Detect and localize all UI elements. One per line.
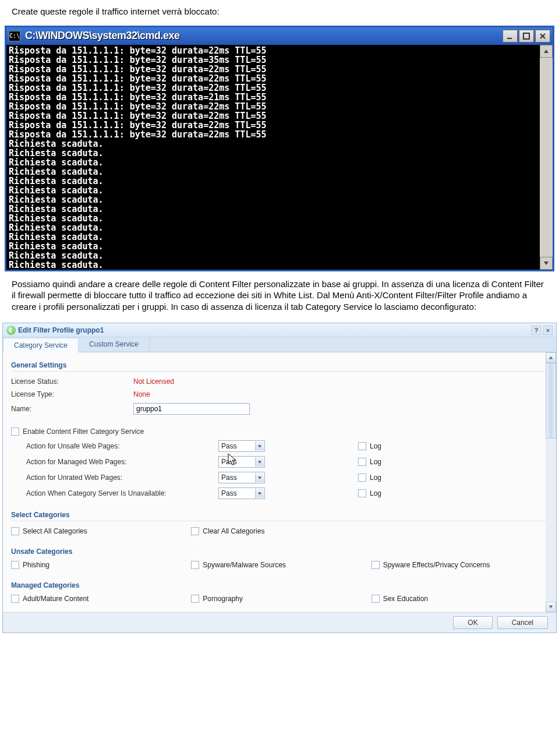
select-all-label: Select All Categories — [23, 527, 87, 535]
server-unavail-label: Action When Category Server Is Unavailab… — [26, 489, 218, 497]
dialog-content: General Settings License Status: Not Lic… — [3, 352, 556, 612]
cmd-window: C:\ C:\WINDOWS\system32\cmd.exe Risposta… — [5, 26, 554, 271]
spyware-effects-label: Spyware Effects/Privacy Concerns — [383, 561, 490, 569]
spyware-src-checkbox[interactable] — [191, 561, 199, 569]
select-categories-heading: Select Categories — [11, 509, 548, 521]
select-all-checkbox[interactable] — [11, 527, 19, 535]
managed-action-select[interactable]: Pass — [218, 456, 265, 468]
chevron-down-icon — [255, 473, 264, 482]
chevron-down-icon — [255, 457, 264, 467]
scroll-down-icon[interactable] — [540, 257, 553, 270]
sexed-label: Sex Education — [383, 595, 428, 603]
cancel-button[interactable]: Cancel — [497, 616, 548, 629]
tab-bar: Category Service Custom Service — [3, 337, 556, 352]
managed-categories-heading: Managed Categories — [11, 580, 548, 591]
adult-label: Adult/Mature Content — [23, 595, 89, 603]
intro-text: Create queste regole il traffico interne… — [12, 6, 547, 17]
after-cmd-text: Possiamo quindi andare a creare delle re… — [12, 278, 547, 313]
log-label: Log — [370, 442, 381, 450]
cmd-body: Risposta da 151.1.1.1: byte=32 durata=22… — [6, 45, 553, 270]
back-arrow-icon[interactable] — [6, 326, 16, 335]
chevron-down-icon — [255, 489, 264, 498]
close-icon[interactable]: × — [543, 326, 553, 335]
porn-label: Pornography — [203, 595, 243, 603]
filter-profile-dialog: Edit Filter Profile gruppo1 ? × Category… — [2, 323, 557, 633]
unsafe-action-label: Action for Unsafe Web Pages: — [26, 442, 218, 450]
dialog-title: Edit Filter Profile gruppo1 — [18, 326, 532, 334]
unrated-action-label: Action for Unrated Web Pages: — [26, 474, 218, 482]
clear-all-label: Clear All Categories — [203, 527, 264, 535]
chevron-down-icon — [255, 441, 264, 451]
name-label: Name: — [11, 405, 133, 413]
cmd-app-icon: C:\ — [9, 31, 20, 41]
managed-action-label: Action for Managed Web Pages: — [26, 458, 218, 466]
ok-button[interactable]: OK — [453, 616, 492, 629]
unrated-log-checkbox[interactable] — [358, 474, 366, 482]
server-unavail-select[interactable]: Pass — [218, 487, 265, 499]
general-settings-heading: General Settings — [11, 359, 548, 372]
clear-all-checkbox[interactable] — [191, 527, 199, 535]
license-status-value: Not Licensed — [133, 377, 174, 386]
log-label: Log — [370, 458, 381, 466]
help-icon[interactable]: ? — [532, 326, 541, 335]
unsafe-action-select[interactable]: Pass — [218, 440, 265, 452]
scroll-up-icon[interactable] — [540, 45, 553, 58]
enable-category-label: Enable Content Filter Category Service — [23, 428, 144, 436]
spyware-effects-checkbox[interactable] — [372, 561, 380, 569]
scroll-thumb[interactable] — [546, 363, 556, 439]
close-button[interactable] — [535, 30, 550, 43]
spyware-src-label: Spyware/Malware Sources — [203, 561, 286, 569]
dialog-footer: OK Cancel — [3, 612, 556, 633]
license-type-value: None — [133, 390, 150, 398]
unsafe-log-checkbox[interactable] — [358, 442, 366, 450]
enable-category-checkbox[interactable] — [11, 428, 19, 436]
maximize-button[interactable] — [519, 30, 534, 43]
server-log-checkbox[interactable] — [358, 489, 366, 497]
managed-log-checkbox[interactable] — [358, 458, 366, 466]
tab-category-service[interactable]: Category Service — [3, 338, 79, 352]
unsafe-categories-heading: Unsafe Categories — [11, 546, 548, 557]
porn-checkbox[interactable] — [191, 595, 199, 603]
log-label: Log — [370, 474, 381, 482]
tab-custom-service[interactable]: Custom Service — [79, 337, 150, 352]
mouse-cursor-icon — [227, 453, 239, 467]
phishing-checkbox[interactable] — [11, 561, 19, 569]
cmd-scrollbar[interactable] — [540, 45, 553, 270]
content-scrollbar[interactable] — [546, 352, 556, 612]
log-label: Log — [370, 489, 381, 497]
scroll-up-icon[interactable] — [546, 352, 556, 363]
minimize-button[interactable] — [503, 30, 518, 43]
sexed-checkbox[interactable] — [372, 595, 380, 603]
phishing-label: Phishing — [23, 561, 49, 569]
unrated-action-select[interactable]: Pass — [218, 472, 265, 483]
adult-checkbox[interactable] — [11, 595, 19, 603]
name-input[interactable] — [133, 403, 250, 415]
cmd-output: Risposta da 151.1.1.1: byte=32 durata=22… — [9, 46, 550, 270]
license-status-label: License Status: — [11, 377, 133, 386]
scroll-down-icon[interactable] — [546, 602, 556, 612]
svg-rect-1 — [523, 33, 529, 39]
license-type-label: License Type: — [11, 390, 133, 398]
svg-rect-0 — [507, 38, 512, 39]
cmd-title: C:\WINDOWS\system32\cmd.exe — [25, 30, 503, 42]
cmd-titlebar[interactable]: C:\ C:\WINDOWS\system32\cmd.exe — [6, 27, 553, 45]
